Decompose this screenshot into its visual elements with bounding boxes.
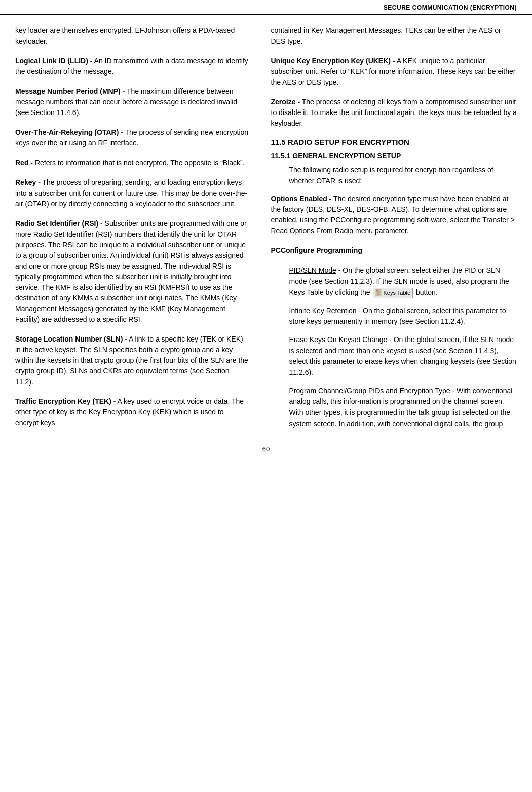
pcconfigure-label: PCConfigure Programming (271, 246, 362, 254)
entry-rsi-body: Subscriber units are programmed with one… (15, 219, 247, 323)
entry-ukek: Unique Key Encryption Key (UKEK) - A KEK… (271, 56, 517, 88)
infinite-key-term: Infinite Key Retention (289, 307, 357, 315)
left-column: key loader are themselves encrypted. EFJ… (0, 25, 261, 437)
entry-red-term: Red - (15, 159, 33, 167)
header-title: SECURE COMMUNICATION (ENCRYPTION) (384, 4, 517, 11)
section-11-5-1-heading: 11.5.1 GENERAL ENCRYPTION SETUP (271, 152, 517, 160)
pcconfigure-label-entry: PCConfigure Programming (271, 245, 517, 256)
page-number: 60 (262, 445, 270, 453)
entry-rsi-term: Radio Set Identifier (RSI) - (15, 219, 103, 228)
entry-otar: Over-The-Air-Rekeying (OTAR) - The proce… (15, 127, 249, 148)
entry-tek-continuation: contained in Key Management Messages. TE… (271, 25, 517, 47)
entry-tek: Traffic Encryption Key (TEK) - A key use… (15, 396, 249, 428)
page-footer: 60 (0, 437, 532, 458)
entry-tek-continuation-body: contained in Key Management Messages. TE… (271, 26, 501, 45)
page-container: SECURE COMMUNICATION (ENCRYPTION) key lo… (0, 0, 532, 792)
page-header: SECURE COMMUNICATION (ENCRYPTION) (0, 0, 532, 15)
entry-tek-term: Traffic Encryption Key (TEK) - (15, 397, 116, 405)
section-11-5-heading: 11.5 RADIO SETUP FOR ENCRYPTION (271, 138, 517, 146)
keys-table-button[interactable]: Keys Table (373, 288, 413, 298)
erase-keys-term: Erase Keys On Keyset Change (289, 335, 388, 344)
entry-llid: Logical Link ID (LLID) - An ID transmitt… (15, 56, 249, 77)
program-channel-term: Program Channel/Group PIDs and Encryptio… (289, 387, 450, 395)
entry-rekey-body: The process of preparing, sending, and l… (15, 178, 247, 208)
sub-entry-pid-sln: PID/SLN Mode - On the global screen, sel… (289, 265, 517, 298)
entry-rekey-term: Rekey - (15, 178, 41, 186)
entry-zeroize: Zeroize - The process of deleting all ke… (271, 97, 517, 129)
entry-sln: Storage Location Number (SLN) - A link t… (15, 334, 249, 387)
entry-rekey: Rekey - The process of preparing, sendin… (15, 177, 249, 209)
pid-sln-term: PID/SLN Mode (289, 266, 336, 274)
entry-ukek-term: Unique Key Encryption Key (UKEK) - (271, 57, 395, 65)
right-column: contained in Key Management Messages. TE… (261, 25, 533, 437)
sub-entry-program-channel: Program Channel/Group PIDs and Encryptio… (289, 386, 517, 430)
entry-zeroize-term: Zeroize - (271, 98, 300, 106)
entry-mnp-term: Message Number Period (MNP) - (15, 87, 125, 95)
section-11-5-intro: The following radio setup is required fo… (289, 165, 517, 186)
entry-zeroize-body: The process of deleting all keys from a … (271, 98, 517, 127)
pid-sln-body-after: button. (414, 288, 438, 296)
entry-red: Red - Refers to information that is not … (15, 158, 249, 168)
options-enabled-label: Options Enabled - (271, 195, 332, 203)
entry-sln-term: Storage Location Number (SLN) - (15, 335, 127, 343)
entry-llid-term: Logical Link ID (LLID) - (15, 57, 92, 65)
entry-red-body: Refers to information that is not encryp… (33, 159, 245, 167)
entry-rsi: Radio Set Identifier (RSI) - Subscriber … (15, 218, 249, 325)
options-enabled-entry: Options Enabled - The desired encryption… (271, 194, 517, 236)
sub-entry-erase-keys: Erase Keys On Keyset Change - On the glo… (289, 334, 517, 379)
keys-table-btn-label: Keys Table (383, 289, 410, 297)
entry-otar-term: Over-The-Air-Rekeying (OTAR) - (15, 128, 123, 136)
sub-entry-infinite-key: Infinite Key Retention - On the global s… (289, 306, 517, 327)
entry-mnp: Message Number Period (MNP) - The maximu… (15, 86, 249, 118)
entry-key-loader-body: key loader are themselves encrypted. EFJ… (15, 26, 235, 45)
svg-point-6 (376, 290, 377, 291)
keys-table-icon (375, 289, 382, 296)
content-area: key loader are themselves encrypted. EFJ… (0, 15, 532, 437)
entry-key-loader: key loader are themselves encrypted. EFJ… (15, 25, 249, 47)
